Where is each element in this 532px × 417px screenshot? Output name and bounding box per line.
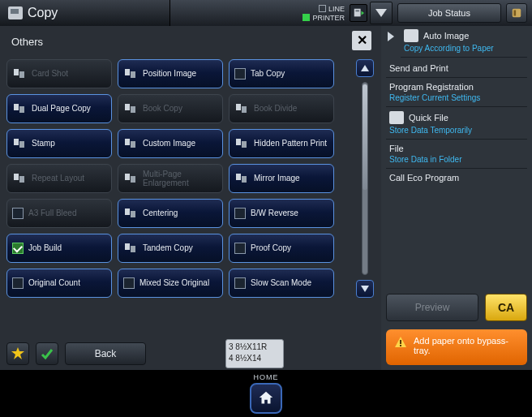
checkbox-icon — [12, 243, 24, 254]
option-original-count[interactable]: Original Count — [6, 269, 112, 298]
panel-expand-button[interactable] — [386, 29, 396, 44]
scrollbar-thumb[interactable] — [363, 84, 367, 190]
clear-all-button[interactable]: CA — [485, 294, 527, 321]
option-label: Repeat Layout — [32, 174, 106, 183]
checkbox-icon — [12, 208, 24, 219]
svg-rect-30 — [125, 243, 130, 250]
svg-rect-23 — [19, 176, 24, 183]
option-label: Proof Copy — [251, 243, 328, 253]
checkbox-icon — [12, 277, 24, 289]
option-stamp[interactable]: Stamp — [6, 129, 112, 158]
mode-dropdown-button[interactable] — [370, 2, 393, 24]
option-mirror-image[interactable]: Mirror Image — [229, 164, 334, 193]
tray-line-2: 4 8½X14 — [229, 353, 281, 364]
svg-rect-7 — [19, 71, 24, 78]
option-label: Slow Scan Mode — [251, 278, 328, 288]
svg-rect-26 — [236, 174, 241, 180]
option-icon — [123, 242, 138, 255]
scroll-down-button[interactable] — [356, 280, 374, 298]
option-a3-full-bleed: A3 Full Bleed — [6, 199, 112, 228]
option-book-divide: Book Divide — [229, 94, 334, 123]
option-label: B/W Reverse — [251, 208, 328, 218]
confirm-button[interactable] — [36, 342, 58, 365]
action-subtitle: Copy According to Paper — [404, 44, 524, 53]
option-proof-copy[interactable]: Proof Copy — [229, 234, 334, 263]
action-file[interactable]: File Store Data in Folder — [386, 141, 527, 169]
preview-button[interactable]: Preview — [386, 294, 478, 321]
svg-rect-12 — [125, 104, 130, 110]
action-quick-file[interactable]: Quick File Store Data Temporarily — [386, 109, 527, 140]
option-label: Dual Page Copy — [32, 104, 106, 114]
svg-rect-25 — [131, 176, 135, 183]
favorite-button[interactable] — [6, 342, 29, 365]
option-label: Hidden Pattern Print — [254, 139, 328, 148]
tray-status: 3 8½X11R 4 8½X14 — [225, 339, 284, 368]
warning-icon — [394, 336, 407, 349]
option-book-copy: Book Copy — [118, 94, 223, 123]
svg-rect-17 — [19, 141, 24, 148]
indicator-printer: PRINTER — [302, 14, 345, 22]
option-job-build[interactable]: Job Build — [6, 234, 112, 263]
home-icon — [257, 389, 275, 407]
home-strip: HOME — [0, 370, 532, 417]
option-label: Multi-Page Enlargement — [143, 170, 217, 188]
options-grid: Card ShotPosition ImageTab CopyDual Page… — [6, 59, 350, 298]
svg-rect-29 — [131, 211, 135, 217]
option-icon — [12, 67, 27, 80]
action-subtitle: Register Current Settings — [389, 93, 524, 102]
checkbox-icon — [123, 277, 135, 289]
option-centering[interactable]: Centering — [118, 199, 223, 228]
close-button[interactable]: ✕ — [352, 31, 371, 50]
svg-marker-34 — [11, 347, 24, 359]
option-position-image[interactable]: Position Image — [118, 59, 223, 88]
option-tab-copy[interactable]: Tab Copy — [229, 59, 334, 88]
option-hidden-pattern-print[interactable]: Hidden Pattern Print — [229, 129, 334, 158]
option-label: Card Shot — [32, 69, 106, 79]
svg-rect-27 — [242, 176, 247, 183]
printer-status-icon[interactable] — [350, 4, 367, 22]
back-button[interactable]: Back — [65, 342, 146, 365]
svg-marker-33 — [361, 286, 369, 292]
option-icon — [12, 102, 27, 115]
action-auto-image[interactable]: Auto Image Copy According to Paper — [401, 29, 527, 58]
option-mixed-size-original[interactable]: Mixed Size Original — [118, 269, 223, 298]
quick-file-icon — [389, 111, 404, 124]
option-custom-image[interactable]: Custom Image — [118, 129, 223, 158]
svg-rect-37 — [400, 340, 401, 344]
svg-rect-11 — [19, 106, 24, 113]
back-button-label: Back — [95, 348, 117, 359]
checkbox-icon — [234, 277, 246, 289]
option-tandem-copy[interactable]: Tandem Copy — [118, 234, 223, 263]
job-status-button[interactable]: Job Status — [397, 3, 501, 23]
option-dual-page-copy[interactable]: Dual Page Copy — [6, 94, 112, 123]
action-program-registration[interactable]: Program Registration Register Current Se… — [386, 80, 527, 107]
scroll-up-button[interactable] — [356, 59, 374, 77]
svg-rect-8 — [125, 69, 130, 75]
svg-rect-16 — [14, 139, 19, 145]
option-label: A3 Full Bleed — [28, 208, 106, 218]
option-label: Mirror Image — [254, 174, 328, 183]
app-title-tab: Copy — [0, 0, 170, 26]
option-label: Job Build — [28, 243, 106, 253]
svg-marker-2 — [362, 11, 365, 15]
option-b-w-reverse[interactable]: B/W Reverse — [229, 199, 334, 228]
close-icon: ✕ — [357, 34, 367, 47]
option-slow-scan-mode[interactable]: Slow Scan Mode — [229, 269, 334, 298]
indicator-line: LINE — [319, 5, 345, 13]
svg-rect-14 — [236, 104, 241, 110]
preview-button-label: Preview — [415, 302, 450, 313]
action-eco-program[interactable]: Call Eco Program — [386, 170, 527, 187]
job-status-label: Job Status — [428, 8, 470, 18]
home-button[interactable] — [250, 383, 282, 414]
option-icon — [123, 172, 138, 185]
svg-rect-22 — [14, 174, 19, 180]
svg-rect-19 — [131, 141, 135, 148]
alert-text: Add paper onto bypass-tray. — [414, 336, 519, 355]
scrollbar-track[interactable] — [362, 82, 368, 275]
svg-rect-6 — [14, 69, 19, 75]
option-label: Tab Copy — [251, 69, 328, 79]
svg-rect-24 — [125, 174, 130, 180]
action-send-print[interactable]: Send and Print — [386, 61, 527, 78]
option-multi-page-enlargement: Multi-Page Enlargement — [118, 164, 223, 193]
guide-button[interactable] — [506, 3, 527, 23]
